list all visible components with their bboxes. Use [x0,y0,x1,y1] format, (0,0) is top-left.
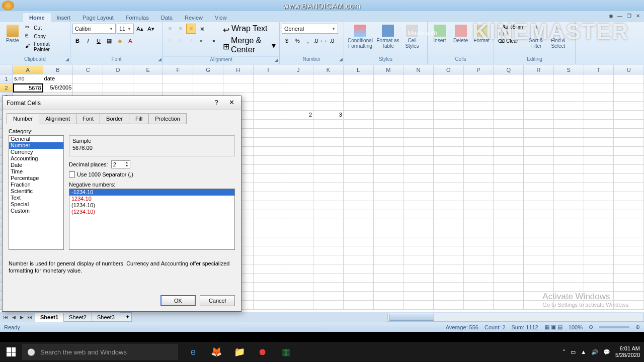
row-head[interactable]: 2 [0,83,13,93]
cell[interactable] [404,156,434,165]
cell[interactable] [494,246,524,255]
cell[interactable] [404,201,434,210]
cell[interactable] [313,228,344,237]
cell[interactable] [554,274,584,283]
cell[interactable] [374,264,404,274]
tab-review[interactable]: Review [179,13,209,22]
cell[interactable] [434,111,464,120]
tab-formulas[interactable]: Formulas [120,13,155,22]
cell[interactable] [584,246,614,255]
cell[interactable] [254,210,284,219]
decrease-font-button[interactable]: A▾ [146,24,156,34]
decimal-places-input[interactable]: 2 ▲▼ [111,160,130,168]
cell[interactable] [313,74,344,83]
sheet-tab-3[interactable]: Sheet3 [92,313,120,322]
cell[interactable] [524,74,554,83]
next-sheet-button[interactable]: ▶ [18,315,25,320]
cell[interactable] [344,183,374,192]
cell[interactable] [434,183,464,192]
cell[interactable] [313,147,344,156]
cell[interactable] [404,274,434,283]
decrease-decimal-button[interactable]: ←.0 [324,36,334,46]
cell[interactable] [584,219,614,228]
cell[interactable] [313,255,344,264]
cell[interactable] [283,147,313,156]
cell[interactable] [584,120,614,129]
cell[interactable] [464,74,494,83]
cell[interactable] [614,255,644,264]
cell[interactable] [313,292,344,301]
wrap-text-button[interactable]: ↩Wrap Text [221,24,277,34]
cell[interactable] [404,210,434,219]
cell[interactable] [524,111,554,120]
col-head-k[interactable]: K [313,65,344,74]
cell[interactable] [404,174,434,183]
cell[interactable] [434,174,464,183]
cell[interactable] [494,83,524,93]
find-select-button[interactable]: 🔍Find & Select [547,24,569,50]
dialog-tab-border[interactable]: Border [100,113,129,124]
cell[interactable] [254,192,284,201]
cell[interactable] [254,74,284,83]
cell[interactable] [313,246,344,255]
cell[interactable] [524,93,554,102]
cell[interactable] [464,83,494,93]
cell[interactable] [524,201,554,210]
copy-button[interactable]: ⎘Copy [24,32,68,40]
merge-center-button[interactable]: ⊞Merge & Center ▾ [221,36,277,55]
cell[interactable] [494,219,524,228]
tray-clock[interactable]: 6:01 AM 5/28/2020 [615,345,640,358]
cell[interactable] [374,283,404,292]
col-head-p[interactable]: P [464,65,494,74]
cell[interactable] [404,165,434,174]
format-painter-button[interactable]: 🖌Format Painter [24,41,68,53]
cell[interactable] [313,237,344,246]
cell[interactable] [584,228,614,237]
category-item[interactable]: Text [9,195,63,201]
dialog-title-bar[interactable]: Format Cells ? ✕ [3,96,241,110]
increase-decimal-button[interactable]: .0→ [313,36,324,46]
autosum-button[interactable]: Σ AutoSum [496,24,524,30]
cell[interactable] [404,147,434,156]
cell[interactable] [193,83,223,93]
cell[interactable] [464,219,494,228]
cell[interactable] [344,292,374,301]
negative-format-item[interactable]: (1234.10) [69,202,234,209]
cell[interactable] [374,192,404,201]
sheet-tab-2[interactable]: Sheet2 [63,313,92,322]
cell[interactable] [464,301,494,310]
category-item[interactable]: Custom [9,208,63,214]
cell[interactable] [283,174,313,183]
percent-button[interactable]: % [292,36,302,46]
dialog-help-button[interactable]: ? [211,99,222,108]
cell[interactable] [404,292,434,301]
category-item[interactable]: Accounting [9,155,63,162]
category-item[interactable]: General [9,136,63,142]
cell[interactable] [524,165,554,174]
cell[interactable] [344,83,374,93]
tab-data[interactable]: Data [155,13,179,22]
cell[interactable] [374,201,404,210]
zoom-slider[interactable] [599,326,629,328]
cell[interactable] [344,255,374,264]
cell[interactable] [554,93,584,102]
cell[interactable] [554,165,584,174]
bold-button[interactable]: B [72,36,83,46]
cell[interactable] [434,219,464,228]
decrease-indent-button[interactable]: ⇤ [197,36,207,46]
cell[interactable] [494,274,524,283]
cell[interactable] [374,219,404,228]
clear-button[interactable]: ⌫ Clear [496,38,524,44]
cell[interactable] [344,138,374,147]
cell[interactable] [283,83,313,93]
restore-icon[interactable]: ❐ [625,12,633,19]
cell[interactable] [494,165,524,174]
cell[interactable] [434,292,464,301]
cell[interactable] [434,274,464,283]
cell[interactable] [404,74,434,83]
cell[interactable] [614,165,644,174]
fill-button[interactable]: ⬇ Fill [496,31,524,37]
cell[interactable] [584,183,614,192]
col-head-l[interactable]: L [344,65,374,74]
battery-icon[interactable]: ▭ [571,349,576,355]
